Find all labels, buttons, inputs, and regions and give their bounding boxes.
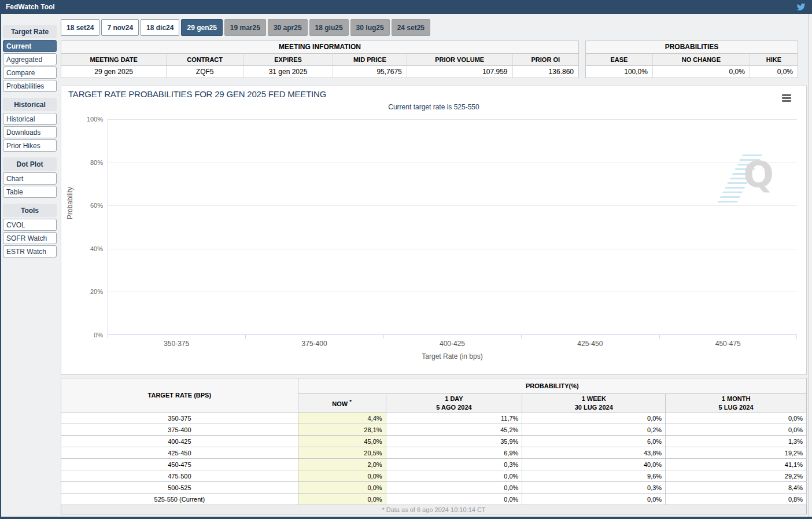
x-axis-title: Target Rate (in bps) [108, 352, 797, 360]
one-month-column-header: 1 MONTH5 LUG 2024 [666, 394, 807, 413]
rate-row: 400-425 45,0% 35,9% 6,0% 1,3% [61, 436, 807, 447]
sidebar-entry-current[interactable]: Current [3, 40, 57, 52]
probabilities-header: EASE [586, 53, 652, 65]
x-axis-ticks [108, 335, 797, 338]
sidebar-entry-dot-plot: Dot Plot [3, 157, 57, 171]
probability-chart: TARGET RATE PROBABILITIES FOR 29 GEN 202… [61, 86, 807, 375]
sidebar-entry-historical: Historical [3, 98, 57, 111]
meeting-info-header: MID PRICE [333, 53, 407, 65]
rate-row: 350-375 4,4% 11,7% 0,0% 0,0% [61, 413, 807, 424]
window-left-border [0, 14, 1, 517]
meeting-date-tab-29-gen25[interactable]: 29 gen25 [181, 19, 222, 36]
probabilities-value: 0,0% [750, 65, 798, 78]
sidebar-entry-target-rate: Target Rate [3, 25, 57, 38]
rate-row: 375-400 28,1% 45,2% 0,2% 0,0% [61, 424, 807, 436]
meeting-date-tab-30-apr25[interactable]: 30 apr25 [268, 19, 308, 36]
y-axis-labels: 100% 80% 60% 40% 20% 0% [82, 119, 105, 335]
sidebar-entry-estr-watch[interactable]: ESTR Watch [3, 245, 57, 257]
meeting-info-header: CONTRACT [167, 53, 243, 65]
meeting-info-value: 136.860 [512, 65, 578, 78]
x-axis-label: 400-425 [383, 340, 521, 348]
x-axis-label: 375-400 [245, 340, 383, 348]
sidebar-entry-historical[interactable]: Historical [3, 113, 57, 125]
meeting-info-title: MEETING INFORMATION [61, 41, 578, 53]
sidebar: Target RateCurrentAggregatedCompareProba… [2, 19, 58, 259]
meeting-info-header: PRIOR VOLUME [407, 53, 512, 65]
y-axis-title: Probability [66, 187, 74, 219]
meeting-date-tab-19-mar25[interactable]: 19 mar25 [224, 19, 266, 36]
sidebar-entry-compare[interactable]: Compare [3, 67, 57, 79]
x-axis-label: 450-475 [659, 340, 797, 348]
bars-layer [108, 119, 797, 335]
sidebar-entry-sofr-watch[interactable]: SOFR Watch [3, 232, 57, 244]
scrollbar-track[interactable] [808, 14, 812, 517]
sidebar-entry-cvol[interactable]: CVOL [3, 219, 57, 231]
sidebar-entry-tools: Tools [3, 204, 57, 217]
meeting-date-tab-7-nov24[interactable]: 7 nov24 [101, 19, 139, 36]
meeting-info-header: MEETING DATE [61, 53, 167, 65]
sidebar-entry-chart[interactable]: Chart [3, 172, 57, 185]
probability-group-header: PROBABILITY(%) [298, 378, 806, 394]
probabilities-header: HIKE [750, 53, 798, 65]
target-rate-header: TARGET RATE (BPS) [61, 378, 298, 413]
meeting-date-tab-24-set25[interactable]: 24 set25 [392, 19, 430, 36]
data-as-of-note: * Data as of 6 ago 2024 10:10:14 CT [61, 505, 807, 514]
probabilities-title: PROBABILITIES [586, 41, 798, 53]
chart-menu-icon[interactable] [782, 94, 791, 103]
probabilities-value: 0,0% [652, 65, 750, 78]
title-bar: FedWatch Tool [0, 0, 812, 14]
meeting-date-tab-18-dic24[interactable]: 18 dic24 [141, 19, 179, 36]
one-week-column-header: 1 WEEK30 LUG 2024 [522, 394, 666, 413]
meeting-date-tabs: 18 set247 nov2418 dic2429 gen2519 mar253… [61, 19, 430, 36]
sidebar-entry-aggregated[interactable]: Aggregated [3, 53, 57, 65]
rate-row: 475-500 0,0% 0,0% 9,6% 29,2% [61, 470, 807, 482]
chart-title: TARGET RATE PROBABILITIES FOR 29 GEN 202… [68, 89, 326, 99]
chart-subtitle: Current target rate is 525-550 [61, 103, 806, 111]
x-axis-label: 425-450 [521, 340, 659, 348]
meeting-information-panel: MEETING INFORMATION MEETING DATECONTRACT… [61, 41, 579, 78]
rate-row: 525-550 (Current) 0,0% 0,0% 0,0% 0,8% [61, 494, 807, 505]
window-bottom-border [0, 517, 812, 519]
rate-row: 500-525 0,0% 0,0% 0,3% 8,4% [61, 482, 807, 494]
twitter-icon[interactable] [796, 2, 806, 12]
meeting-date-tab-18-set24[interactable]: 18 set24 [61, 19, 99, 36]
sidebar-entry-table[interactable]: Table [3, 186, 57, 198]
meeting-info-value: 31 gen 2025 [243, 65, 333, 78]
x-axis-labels: 350-375375-400400-425425-450450-475 [108, 340, 797, 348]
sidebar-entry-probabilities[interactable]: Probabilities [3, 80, 57, 92]
meeting-date-tab-18-giu25[interactable]: 18 giu25 [309, 19, 349, 36]
one-day-column-header: 1 DAY5 AGO 2024 [386, 394, 522, 413]
meeting-info-value: ZQF5 [167, 65, 243, 78]
sidebar-entry-prior-hikes[interactable]: Prior Hikes [3, 139, 57, 152]
app-title: FedWatch Tool [6, 3, 55, 11]
meeting-info-value: 95,7675 [333, 65, 407, 78]
meeting-info-header: PRIOR OI [512, 53, 578, 65]
rate-row: 425-450 20,5% 6,9% 43,8% 19,2% [61, 447, 807, 459]
meeting-date-tab-30-lug25[interactable]: 30 lug25 [350, 19, 390, 36]
probabilities-header: NO CHANGE [652, 53, 750, 65]
now-column-header: NOW * [298, 394, 386, 413]
meeting-info-header: EXPIRES [243, 53, 333, 65]
rate-row: 450-475 2,0% 0,3% 40,0% 41,1% [61, 459, 807, 470]
rate-probability-table: TARGET RATE (BPS) PROBABILITY(%) NOW * 1… [61, 378, 807, 514]
probabilities-panel: PROBABILITIES EASENO CHANGEHIKE 100,0%0,… [585, 41, 798, 78]
probabilities-value: 100,0% [586, 65, 652, 78]
sidebar-entry-downloads[interactable]: Downloads [3, 126, 57, 138]
x-axis-label: 350-375 [108, 340, 245, 348]
meeting-info-value: 107.959 [407, 65, 512, 78]
meeting-info-value: 29 gen 2025 [61, 65, 167, 78]
